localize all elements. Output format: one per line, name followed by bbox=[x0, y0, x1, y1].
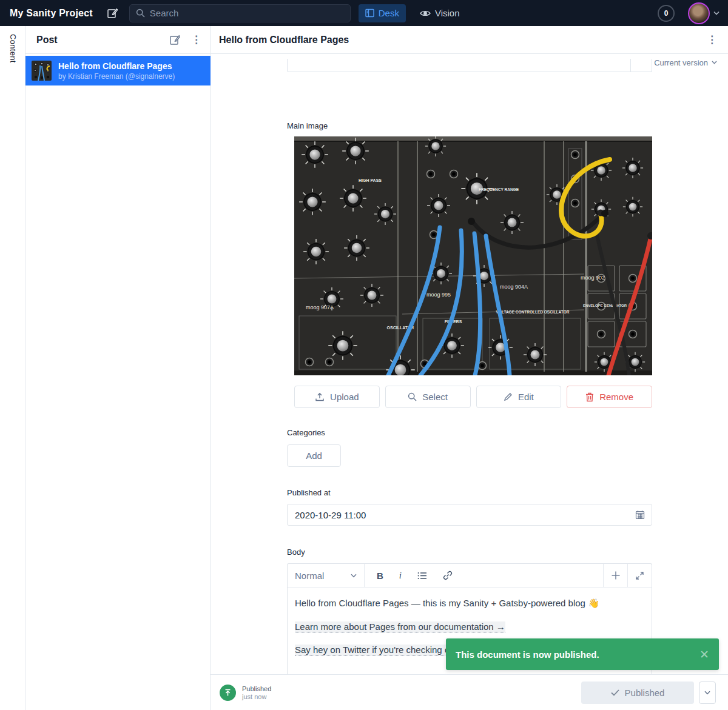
notifications-badge[interactable]: 0 bbox=[658, 5, 675, 22]
list-pane-header: Post ⋮ bbox=[25, 26, 210, 54]
publish-button[interactable]: Published bbox=[581, 682, 694, 704]
main-image-label: Main image bbox=[287, 121, 328, 130]
compose-icon[interactable] bbox=[170, 35, 180, 45]
version-chevron-down-icon[interactable] bbox=[712, 61, 717, 64]
status-title: Published bbox=[242, 685, 271, 692]
add-label: Add bbox=[306, 450, 322, 461]
eye-icon bbox=[420, 9, 431, 18]
tab-vision-label: Vision bbox=[435, 8, 460, 18]
insert-block-button[interactable] bbox=[603, 564, 627, 587]
synthesizer-photo: HIGH PASS FREQUENCY RANGE moog 907A moog… bbox=[294, 136, 652, 375]
upload-label: Upload bbox=[330, 392, 359, 402]
chevron-down-icon bbox=[351, 574, 357, 578]
tab-vision[interactable]: Vision bbox=[413, 4, 467, 22]
list-item-title: Hello from Cloudflare Pages bbox=[58, 61, 175, 71]
document-pane: Hello from Cloudflare Pages ⋮ Current ve… bbox=[211, 26, 728, 710]
categories-label: Categories bbox=[287, 428, 325, 437]
check-icon bbox=[611, 689, 619, 696]
publish-toast: This document is now published. ✕ bbox=[446, 638, 719, 670]
document-title: Hello from Cloudflare Pages bbox=[219, 35, 349, 45]
trash-icon bbox=[585, 392, 594, 402]
photo-label: HIGH PASS bbox=[359, 178, 382, 183]
close-icon[interactable]: ✕ bbox=[699, 649, 709, 660]
published-at-field bbox=[287, 504, 652, 526]
rail-label[interactable]: Content bbox=[8, 34, 18, 63]
search-icon bbox=[130, 8, 145, 18]
slug-field-cutoff[interactable] bbox=[287, 59, 652, 72]
toast-message: This document is now published. bbox=[456, 649, 599, 660]
remove-button[interactable]: Remove bbox=[567, 386, 652, 408]
calendar-icon[interactable] bbox=[635, 510, 645, 520]
search-input[interactable] bbox=[150, 8, 332, 18]
edit-label: Edit bbox=[518, 392, 534, 402]
list-item-subtitle: by Kristian Freeman (@signalnerve) bbox=[58, 72, 175, 81]
document-menu-kebab-icon[interactable]: ⋮ bbox=[707, 35, 717, 45]
list-pane-title: Post bbox=[36, 35, 58, 45]
published-at-label: Published at bbox=[287, 488, 331, 497]
select-label: Select bbox=[422, 392, 448, 402]
select-button[interactable]: Select bbox=[385, 386, 471, 408]
status-subtitle: just now bbox=[242, 693, 271, 700]
body-link[interactable]: Learn more about Pages from our document… bbox=[295, 621, 505, 632]
upload-button[interactable]: Upload bbox=[294, 386, 380, 408]
publish-button-label: Published bbox=[625, 688, 665, 698]
photo-label: ENVELOPE GENERATOR bbox=[583, 304, 627, 307]
remove-label: Remove bbox=[599, 392, 633, 402]
project-title: My Sanity Project bbox=[10, 8, 93, 19]
search-bar[interactable] bbox=[129, 4, 351, 22]
editor-toolbar: Normal B i bbox=[288, 564, 652, 588]
content-rail: Content bbox=[0, 26, 25, 710]
top-bar: My Sanity Project Desk bbox=[0, 0, 728, 26]
bold-button[interactable]: B bbox=[377, 571, 383, 581]
avatar[interactable] bbox=[688, 2, 710, 24]
list-item-thumbnail bbox=[32, 61, 52, 81]
edit-button[interactable]: Edit bbox=[476, 386, 562, 408]
tab-desk-label: Desk bbox=[379, 8, 399, 18]
expand-editor-button[interactable] bbox=[627, 564, 652, 587]
published-at-input[interactable] bbox=[295, 510, 635, 520]
tab-desk[interactable]: Desk bbox=[359, 4, 406, 22]
list-item[interactable]: Hello from Cloudflare Pages by Kristian … bbox=[25, 56, 211, 85]
photo-label: FREQUENCY RANGE bbox=[479, 187, 519, 192]
bullet-list-button[interactable] bbox=[417, 572, 427, 580]
sanity-studio: My Sanity Project Desk bbox=[0, 0, 728, 710]
pencil-icon bbox=[504, 392, 513, 401]
upload-icon bbox=[315, 392, 325, 402]
published-status-icon bbox=[220, 685, 236, 701]
photo-label: VOLTAGE CONTROLLED OSCILLATOR bbox=[496, 310, 570, 314]
compose-icon bbox=[107, 8, 118, 18]
publish-menu-chevron-down-icon[interactable] bbox=[699, 682, 716, 704]
body-label: Body bbox=[287, 548, 305, 557]
document-footer: Published just now Published bbox=[211, 674, 728, 710]
italic-button[interactable]: i bbox=[399, 571, 402, 581]
style-selector-value: Normal bbox=[295, 571, 324, 581]
photo-label: moog 995 bbox=[426, 292, 451, 298]
post-list-pane: Post ⋮ bbox=[25, 26, 211, 710]
main-image[interactable]: HIGH PASS FREQUENCY RANGE moog 907A moog… bbox=[294, 136, 652, 375]
user-menu-chevron-down-icon[interactable] bbox=[713, 11, 720, 15]
search-icon bbox=[408, 392, 417, 401]
desk-icon bbox=[365, 8, 374, 18]
slug-generate-button[interactable] bbox=[630, 59, 652, 72]
photo-label: moog 904A bbox=[500, 284, 528, 290]
add-category-button[interactable]: Add bbox=[287, 444, 341, 467]
version-label[interactable]: Current version bbox=[654, 58, 708, 67]
new-document-button[interactable] bbox=[107, 8, 118, 18]
list-menu-kebab-icon[interactable]: ⋮ bbox=[191, 35, 201, 45]
link-button[interactable] bbox=[443, 571, 453, 580]
body-paragraph[interactable]: Hello from Cloudflare Pages — this is my… bbox=[295, 598, 644, 609]
image-actions: Upload Select Edit bbox=[294, 386, 652, 408]
photo-label: moog 902 bbox=[581, 275, 605, 281]
body-paragraph: Learn more about Pages from our document… bbox=[295, 621, 644, 632]
document-header: Hello from Cloudflare Pages ⋮ bbox=[211, 26, 728, 54]
style-selector[interactable]: Normal bbox=[288, 564, 365, 587]
photo-label: moog 907A bbox=[306, 304, 334, 310]
